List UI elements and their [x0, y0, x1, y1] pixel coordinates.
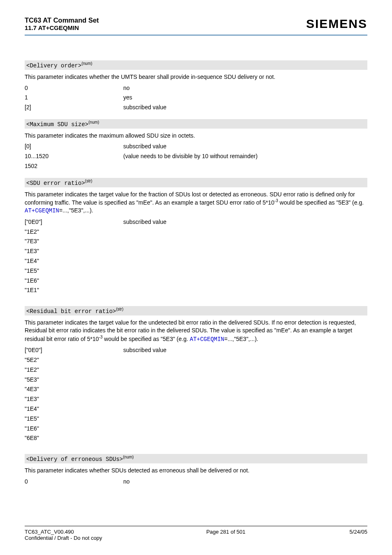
kv-key: "1E3"	[25, 246, 123, 256]
param-sdu-error-name: <SDU error ratio>(str)	[25, 178, 367, 187]
table-row: "1E4"	[25, 256, 367, 266]
table-row: 1yes	[25, 93, 367, 103]
kv-key: "1E4"	[25, 404, 123, 414]
param-delivery-order-name: <Delivery order>(num)	[25, 60, 367, 70]
kv-val	[123, 375, 367, 385]
kv-key: "1E2"	[25, 365, 123, 375]
param-name-text: <SDU error ratio>	[26, 180, 85, 187]
param-name-text: <Delivery order>	[26, 62, 81, 69]
param-sup: (num)	[88, 120, 99, 124]
table-row: "1E3"	[25, 394, 367, 404]
table-row: [0]subscribed value	[25, 142, 367, 152]
table-row: "1E6"	[25, 424, 367, 434]
kv-val: subscribed value	[123, 217, 367, 227]
table-row: "1E5"	[25, 266, 367, 276]
param-sup: (num)	[81, 61, 92, 66]
kv-val	[123, 256, 367, 266]
param-delivery-order-desc: This parameter indicates whether the UMT…	[25, 73, 367, 81]
kv-val: yes	[123, 93, 367, 103]
kv-val: (value needs to be divisible by 10 witho…	[123, 152, 367, 161]
kv-key: ["0E0"]	[25, 345, 123, 355]
table-row: "1E2"	[25, 227, 367, 237]
desc-mid: would be specified as "5E3" (e.g.	[278, 199, 364, 206]
table-row: "7E3"	[25, 237, 367, 246]
param-name-text: <Delivery of erroneous SDUs>	[26, 456, 123, 463]
kv-key: "5E2"	[25, 355, 123, 365]
table-row: "5E2"	[25, 355, 367, 365]
kv-key: "1E1"	[25, 286, 123, 295]
param-max-sdu-name: <Maximum SDU size>(num)	[25, 119, 367, 129]
param-name-text: <Maximum SDU size>	[26, 121, 88, 128]
param-residual-desc: This parameter indicates the target valu…	[25, 319, 367, 343]
kv-key: 10...1520	[25, 152, 123, 161]
kv-key: "1E5"	[25, 414, 123, 424]
kv-key: ["0E0"]	[25, 217, 123, 227]
footer-date: 5/24/05	[350, 529, 367, 541]
kv-val	[123, 424, 367, 434]
desc-post: =...,"5E3",...).	[59, 207, 93, 214]
kv-key: "7E3"	[25, 237, 123, 246]
param-sdu-error-desc: This parameter indicates the target valu…	[25, 191, 367, 215]
kv-key: 1	[25, 93, 123, 103]
desc-post: =...,"5E3",...).	[224, 335, 258, 342]
kv-key: "5E3"	[25, 375, 123, 385]
kv-val	[123, 276, 367, 286]
kv-val: subscribed value	[123, 103, 367, 113]
table-row: "1E4"	[25, 404, 367, 414]
kv-key: "4E3"	[25, 385, 123, 394]
page-header: TC63 AT Command Set 11.7 AT+CGEQMIN SIEM…	[25, 16, 367, 34]
kv-key: 1502	[25, 161, 123, 171]
kv-val	[123, 414, 367, 424]
link-at-cgeqmin[interactable]: AT+CGEQMIN	[25, 207, 59, 214]
param-delivery-erroneous-desc: This parameter indicates whether SDUs de…	[25, 467, 367, 474]
page-footer: TC63_ATC_V00.490 Confidential / Draft - …	[25, 526, 367, 541]
table-row: ["0E0"]subscribed value	[25, 345, 367, 355]
table-row: "5E3"	[25, 375, 367, 385]
table-row: "1E6"	[25, 276, 367, 286]
kv-val	[123, 385, 367, 394]
table-row: 0no	[25, 477, 367, 487]
kv-val: no	[123, 477, 367, 487]
kv-val	[123, 394, 367, 404]
link-at-cgeqmin[interactable]: AT+CGEQMIN	[190, 336, 224, 342]
kv-key: [0]	[25, 142, 123, 152]
table-row: [2]subscribed value	[25, 103, 367, 113]
table-row: 10...1520(value needs to be divisible by…	[25, 152, 367, 161]
kv-key: "1E5"	[25, 266, 123, 276]
footer-left: TC63_ATC_V00.490 Confidential / Draft - …	[25, 529, 102, 541]
doc-subtitle: 11.7 AT+CGEQMIN	[25, 24, 99, 31]
footer-version: TC63_ATC_V00.490	[25, 529, 102, 535]
kv-val: subscribed value	[123, 345, 367, 355]
brand-logo: SIEMENS	[306, 17, 367, 31]
kv-val	[123, 355, 367, 365]
table-row: "1E5"	[25, 414, 367, 424]
param-max-sdu-desc: This parameter indicates the maximum all…	[25, 132, 367, 140]
kv-val	[123, 433, 367, 443]
doc-title: TC63 AT Command Set	[25, 16, 99, 24]
kv-val	[123, 161, 367, 171]
kv-val	[123, 227, 367, 237]
kv-val	[123, 266, 367, 276]
kv-val: subscribed value	[123, 142, 367, 152]
table-row: 1502	[25, 161, 367, 171]
table-row: "6E8"	[25, 433, 367, 443]
param-sup: (str)	[85, 179, 92, 183]
param-residual-name: <Residual bit error ratio>(str)	[25, 306, 367, 315]
header-rule	[25, 35, 367, 36]
param-delivery-erroneous-name: <Delivery of erroneous SDUs>(num)	[25, 454, 367, 463]
desc-mid: would be specified as "5E3" (e.g.	[102, 335, 189, 342]
desc-sup: -3	[274, 198, 278, 203]
kv-key: "1E6"	[25, 424, 123, 434]
kv-key: "1E3"	[25, 394, 123, 404]
param-sup: (num)	[123, 455, 134, 459]
kv-key: 0	[25, 477, 123, 487]
kv-val	[123, 404, 367, 414]
kv-key: [2]	[25, 103, 123, 113]
table-row: "1E2"	[25, 365, 367, 375]
kv-key: 0	[25, 83, 123, 93]
kv-key: "1E6"	[25, 276, 123, 286]
footer-confidential: Confidential / Draft - Do not copy	[25, 535, 102, 541]
kv-val	[123, 365, 367, 375]
kv-key: "1E2"	[25, 227, 123, 237]
kv-val: no	[123, 83, 367, 93]
